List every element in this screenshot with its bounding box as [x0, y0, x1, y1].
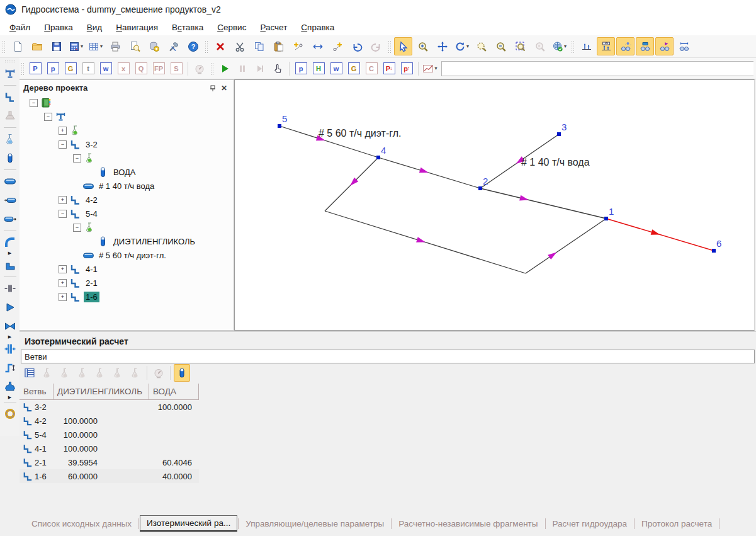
column-header-1[interactable]: Ветвь	[20, 384, 54, 400]
tab-1[interactable]: Список исходных данных	[25, 516, 138, 531]
result-row-3-2[interactable]: 3-2100.0000	[20, 400, 199, 414]
menu-item-8[interactable]: Справка	[294, 21, 341, 34]
toolbar-grip[interactable]	[210, 62, 214, 75]
flask-variant-3-icon[interactable]	[74, 364, 91, 382]
table-view-icon[interactable]: ▾	[86, 37, 104, 55]
tab-3[interactable]: Управляющие/целевые параметры	[239, 516, 390, 531]
tree-item[interactable]: +	[20, 123, 234, 137]
branch-icon[interactable]	[2, 89, 18, 105]
param-left-s-button[interactable]: S	[168, 60, 184, 77]
diagram-node-4[interactable]	[376, 156, 380, 159]
menu-item-6[interactable]: Сервис	[210, 21, 253, 34]
show-elements-icon[interactable]	[636, 37, 654, 55]
cut-icon[interactable]	[230, 37, 249, 55]
undo-icon[interactable]	[347, 37, 366, 55]
tab-5[interactable]: Расчет гидроудара	[546, 516, 634, 531]
pump-icon[interactable]	[2, 379, 18, 395]
toolbar-grip[interactable]	[21, 62, 25, 75]
probe-hand-icon[interactable]	[269, 60, 286, 77]
show-flow-arrows-icon[interactable]	[655, 37, 674, 55]
delete-icon[interactable]	[211, 37, 229, 55]
pipe-outlet-icon[interactable]	[2, 211, 18, 227]
show-dimensions-icon[interactable]	[675, 37, 693, 55]
heat-exchanger-icon[interactable]	[2, 341, 18, 357]
tree-item--1-40-т-ч-вода[interactable]: # 1 40 т/ч вода	[20, 179, 234, 193]
param-left-p-button[interactable]: p	[45, 60, 61, 77]
param-right-p-button[interactable]: p	[293, 60, 309, 77]
gauge-result-icon[interactable]	[150, 364, 167, 382]
database-icon[interactable]	[145, 37, 163, 55]
param-right-h-button[interactable]: H	[310, 60, 327, 77]
composition-tube-icon[interactable]	[174, 364, 190, 382]
collapse-icon[interactable]: −	[59, 210, 67, 218]
menu-item-4[interactable]: Навигация	[109, 21, 165, 34]
dropdown-arrow-icon[interactable]: ▾	[466, 43, 469, 49]
show-axes-icon[interactable]	[577, 37, 595, 55]
zoom-window-icon[interactable]	[511, 37, 529, 55]
tree-item-4-1[interactable]: +4-1	[20, 262, 234, 276]
collapse-icon[interactable]: −	[30, 99, 38, 107]
param-left-p-button[interactable]: P	[27, 60, 43, 77]
dropdown-arrow-icon[interactable]: ▾	[434, 66, 437, 71]
expand-icon[interactable]: +	[59, 293, 67, 301]
toolbar-grip[interactable]	[571, 40, 575, 53]
new-document-icon[interactable]	[8, 37, 26, 55]
pipe-segment-icon[interactable]	[2, 173, 18, 190]
orifice-icon[interactable]	[2, 280, 18, 297]
valve-icon[interactable]	[2, 318, 18, 334]
tree-item-5-4[interactable]: −5-4	[20, 207, 234, 220]
dropdown-arrow-icon[interactable]: ▾	[81, 43, 83, 49]
collapse-icon[interactable]: −	[59, 140, 67, 149]
settings-tools-icon[interactable]	[164, 37, 183, 55]
tree-item--5-60-т-ч-диэт-гл-[interactable]: # 5 60 т/ч диэт-гл.	[20, 248, 234, 262]
param-right-w-button[interactable]: w	[328, 60, 344, 77]
close-icon[interactable]: ✕	[218, 83, 230, 94]
menu-item-3[interactable]: Вид	[80, 21, 109, 34]
toolbar-grip[interactable]	[2, 40, 6, 53]
help-icon[interactable]: ?	[184, 37, 202, 55]
results-filter[interactable]: Ветви	[21, 350, 755, 363]
zoom-previous-icon[interactable]	[531, 37, 549, 55]
collapse-icon[interactable]: −	[73, 224, 81, 232]
menu-item-5[interactable]: Вставка	[165, 21, 210, 34]
submenu-arrow-icon[interactable]: ▶	[2, 250, 18, 256]
flask-variant-2-icon[interactable]	[57, 364, 73, 382]
copy-icon[interactable]	[250, 37, 268, 55]
result-row-4-2[interactable]: 4-2100.0000	[20, 414, 199, 428]
dropdown-arrow-icon[interactable]: ▾	[564, 43, 567, 49]
print-icon[interactable]	[106, 37, 124, 55]
expand-icon[interactable]: +	[59, 279, 67, 287]
tee-junction-icon[interactable]	[2, 108, 18, 124]
tree-item-2-1[interactable]: +2-1	[20, 276, 234, 290]
save-icon[interactable]	[47, 37, 65, 55]
open-file-icon[interactable]	[28, 37, 46, 55]
tab-6[interactable]: Протокол расчета	[635, 516, 718, 531]
tree-item-1-6[interactable]: +1-6	[20, 290, 234, 304]
tree-item-3-2[interactable]: −3-2	[20, 137, 234, 151]
tree-item[interactable]: −	[20, 220, 234, 234]
elbow-icon[interactable]	[2, 234, 18, 251]
result-row-4-1[interactable]: 4-1100.0000	[20, 442, 199, 455]
corner-icon[interactable]	[2, 257, 18, 273]
flask-variant-6-icon[interactable]	[127, 364, 144, 382]
zoom-in-icon[interactable]	[414, 37, 432, 55]
reducer-icon[interactable]	[2, 299, 18, 316]
param-left-w-button[interactable]: w	[98, 60, 114, 77]
tree-item-ДИЭТИЛЕНГЛИКОЛЬ[interactable]: ДИЭТИЛЕНГЛИКОЛЬ	[20, 234, 234, 248]
tree-item[interactable]: −	[20, 110, 234, 123]
tab-2[interactable]: Изотермический ра...	[140, 515, 237, 532]
tree-item[interactable]: −	[20, 96, 234, 110]
view-3d-icon[interactable]: ▾	[550, 37, 568, 55]
expand-icon[interactable]: +	[59, 196, 67, 204]
diagram-canvas[interactable]: 543216# 5 60 т/ч диэт-гл.# 1 40 т/ч вода	[234, 79, 755, 331]
ring-element-icon[interactable]	[2, 406, 18, 422]
expand-icon[interactable]: +	[59, 127, 67, 135]
menu-item-1[interactable]: Файл	[3, 21, 37, 34]
diagram-node-6[interactable]	[712, 249, 716, 253]
plot-results-icon[interactable]: ▾	[422, 60, 438, 77]
tree-item-4-2[interactable]: +4-2	[20, 193, 234, 207]
show-ruler-icon[interactable]	[597, 37, 615, 55]
gauge-icon[interactable]	[191, 60, 208, 77]
param-right-p↑-button[interactable]: p↑	[398, 60, 415, 77]
pipe-inlet-icon[interactable]	[2, 192, 18, 208]
